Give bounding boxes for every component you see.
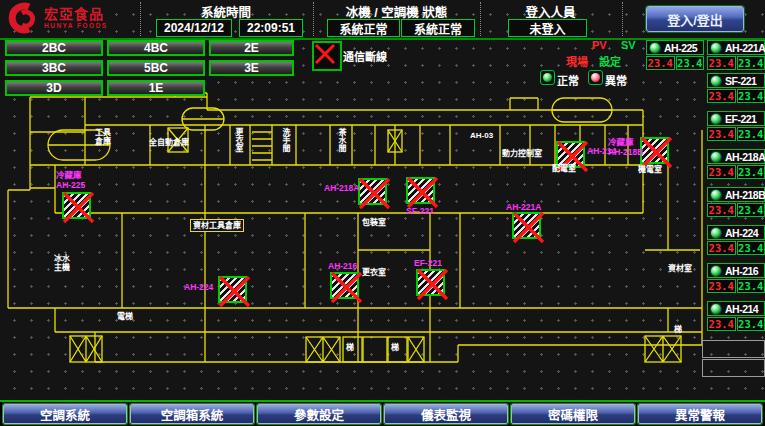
equip-values: 23.423.4 (707, 241, 765, 255)
comm-loss-x-icon (215, 273, 254, 310)
equip-slot: AH-22523.423.4 (646, 40, 704, 70)
login-user-value: 未登入 (508, 19, 587, 37)
equip-values: 23.423.4 (707, 317, 765, 331)
room-label: AH-03 (470, 131, 493, 140)
floor-button-3BC[interactable]: 3BC (5, 60, 103, 76)
equip-entry-AH-216: AH-21623.423.4 (707, 263, 765, 293)
equip-name[interactable]: AH-218B (707, 187, 765, 202)
plan-unit-AH-218A[interactable] (358, 178, 387, 205)
sv-name-label: 設定 (599, 53, 621, 69)
room-label: 動力控制室 (502, 149, 542, 158)
equip-name[interactable]: EF-221 (707, 111, 765, 126)
pv-value: 23.4 (646, 56, 675, 70)
equip-name-label: AH-216 (725, 265, 758, 277)
pv-value: 23.4 (707, 165, 736, 179)
nav-button-異常警報[interactable]: 異常警報 (638, 404, 762, 424)
pv-value: 23.4 (707, 56, 736, 70)
empty-slot (702, 359, 765, 377)
equip-values: 23.423.4 (707, 127, 765, 141)
equip-entry-AH-218B: AH-218B23.423.4 (707, 187, 765, 217)
nav-button-參數設定[interactable]: 參數設定 (257, 404, 381, 424)
login-logout-button[interactable]: 登入/登出 (646, 6, 744, 32)
comm-loss-x-icon (59, 189, 98, 226)
plan-unit-AH-225[interactable] (62, 192, 91, 219)
equip-name[interactable]: AH-218A (707, 149, 765, 164)
plan-unit-AH-214[interactable] (556, 141, 585, 168)
plan-unit-EF-221[interactable] (416, 269, 445, 296)
equip-name[interactable]: AH-214 (707, 301, 765, 316)
equip-entry-AH-221A: AH-221A23.423.4 (707, 40, 765, 70)
equip-entry-AH-218A: AH-218A23.423.4 (707, 149, 765, 179)
sv-value: 23.4 (737, 203, 765, 217)
company-logo: 宏亞食品 HUNYA FOODS (6, 2, 108, 34)
comm-loss-x-icon (355, 175, 394, 212)
comm-loss-x-icon (553, 138, 592, 175)
plan-unit-label-AH-218A: AH-218A (324, 184, 359, 194)
equip-entry-EF-221: EF-22123.423.4 (707, 111, 765, 141)
equip-name-label: AH-225 (664, 42, 697, 54)
floor-button-3D[interactable]: 3D (5, 80, 103, 96)
nav-button-空調箱系統[interactable]: 空調箱系統 (130, 404, 254, 424)
equip-entry-SF-221: SF-22123.423.4 (707, 73, 765, 103)
plan-unit-label-AH-216: AH-216 (328, 262, 357, 272)
equip-entry-AH-214: AH-21423.423.4 (707, 301, 765, 331)
status-lamp-icon (710, 265, 722, 277)
equip-name-label: AH-224 (725, 227, 758, 239)
room-label: 包裝室 (362, 218, 386, 227)
sv-value: 23.4 (737, 317, 765, 331)
plan-unit-AH-224[interactable] (218, 276, 247, 303)
equipment-column: SF-22123.423.4EF-22123.423.4AH-218A23.42… (707, 73, 765, 339)
comm-loss-icon (312, 41, 342, 71)
logo-icon (6, 2, 40, 34)
equip-name-label: EF-221 (725, 113, 756, 125)
nav-button-儀表監視[interactable]: 儀表監視 (384, 404, 508, 424)
pv-value: 23.4 (707, 241, 736, 255)
plan-unit-SF-221[interactable] (406, 177, 435, 204)
equip-name[interactable]: AH-225 (646, 40, 704, 55)
sv-value: 23.4 (737, 127, 765, 141)
equip-name[interactable]: AH-216 (707, 263, 765, 278)
plan-unit-label-SF-221: SF-221 (406, 207, 434, 217)
pv-value: 23.4 (707, 317, 736, 331)
sv-value: 23.4 (737, 56, 765, 70)
room-label: 洗手間 (281, 128, 290, 152)
status-lamp-icon (710, 113, 722, 125)
room-label: 梯 (346, 343, 354, 352)
plan-unit-AH-216[interactable] (330, 272, 359, 299)
nav-button-密碼權限[interactable]: 密碼權限 (511, 404, 635, 424)
status-lamp-icon (710, 189, 722, 201)
plan-unit-AH-221A[interactable] (512, 212, 541, 239)
floor-button-1E[interactable]: 1E (107, 80, 205, 96)
floor-button-5BC[interactable]: 5BC (107, 60, 205, 76)
plan-unit-label-AH-225: 冷藏庫 AH-225 (56, 171, 85, 190)
stairs-icon (48, 98, 612, 160)
comm-loss-x-icon (509, 209, 548, 246)
equip-name[interactable]: AH-224 (707, 225, 765, 240)
pv-label: PV (592, 39, 607, 51)
sv-value: 23.4 (737, 241, 765, 255)
equip-slot: AH-221A23.423.4 (707, 40, 765, 70)
equip-name[interactable]: AH-221A (707, 40, 765, 55)
equip-values: 23.423.4 (707, 165, 765, 179)
floor-button-2BC[interactable]: 2BC (5, 40, 103, 56)
nav-button-空調系統[interactable]: 空調系統 (3, 404, 127, 424)
room-label: 資材工具倉庫 (190, 219, 244, 232)
equip-name[interactable]: SF-221 (707, 73, 765, 88)
equip-entry-AH-225: AH-22523.423.4 (646, 40, 704, 70)
floor-button-4BC[interactable]: 4BC (107, 40, 205, 56)
pv-value: 23.4 (707, 279, 736, 293)
room-label: 更衣室 (234, 128, 243, 152)
sv-label: SV (621, 39, 636, 51)
room-label: 梯 (674, 325, 682, 334)
floor-button-3E[interactable]: 3E (209, 60, 294, 76)
plan-unit-AH-218B[interactable] (640, 137, 669, 164)
status-lamp-icon (710, 227, 722, 239)
sv-value: 23.4 (737, 89, 765, 103)
status-lamp-icon (710, 75, 722, 87)
room-label: 茶水間 (337, 128, 346, 152)
floor-button-2E[interactable]: 2E (209, 40, 294, 56)
logo-subtitle: HUNYA FOODS (44, 22, 108, 29)
equip-values: 23.423.4 (707, 279, 765, 293)
equip-name-label: AH-218A (725, 151, 765, 163)
header-divider (622, 2, 623, 36)
